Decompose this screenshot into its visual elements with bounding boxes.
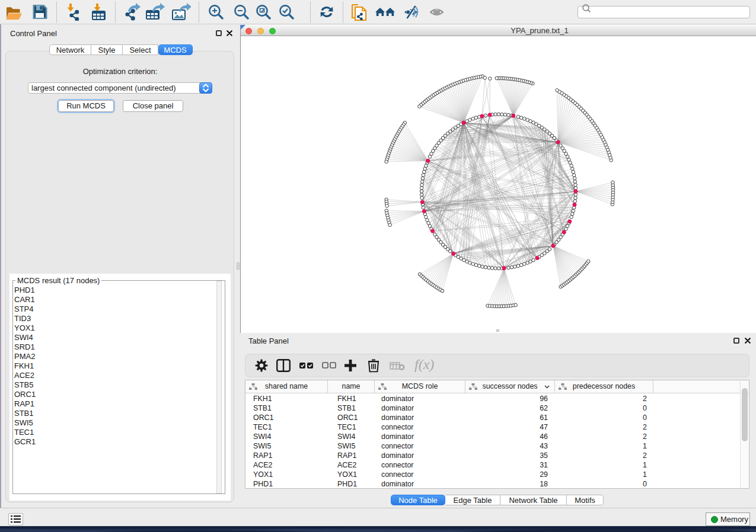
svg-text:f(x): f(x) xyxy=(414,357,434,372)
